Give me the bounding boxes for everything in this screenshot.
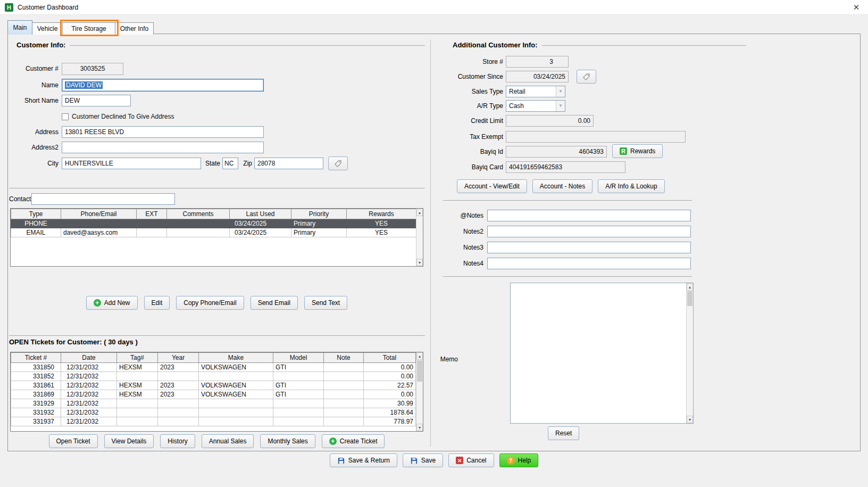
table-cell: 331929 bbox=[11, 399, 61, 408]
tab-vehicle[interactable]: Vehicle bbox=[32, 22, 63, 35]
history-button[interactable]: History bbox=[160, 434, 195, 448]
scroll-up-icon[interactable]: ▲ bbox=[687, 283, 693, 291]
table-row[interactable]: EMAILdaved@aasys.com03/24/2025PrimaryYES bbox=[11, 228, 416, 237]
cancel-button[interactable]: ✕ Cancel bbox=[448, 453, 494, 467]
view-details-button[interactable]: View Details bbox=[104, 434, 154, 448]
notes3-input[interactable] bbox=[487, 242, 691, 253]
notes2-input[interactable] bbox=[487, 226, 691, 237]
annual-sales-button[interactable]: Annual Sales bbox=[202, 434, 254, 448]
save-button[interactable]: Save bbox=[403, 453, 443, 467]
scroll-down-icon[interactable]: ▼ bbox=[416, 424, 423, 431]
add-new-label: Add New bbox=[104, 299, 130, 307]
scroll-up-icon[interactable]: ▲ bbox=[416, 352, 423, 360]
table-cell: 2023 bbox=[158, 381, 199, 390]
scroll-down-icon[interactable]: ▼ bbox=[687, 416, 693, 423]
column-header[interactable]: Type bbox=[11, 209, 61, 219]
rewards-label: Rewards bbox=[630, 147, 655, 155]
tab-other-info[interactable]: Other Info bbox=[115, 22, 154, 35]
table-cell: 30.99 bbox=[364, 399, 416, 408]
table-cell: 331937 bbox=[11, 417, 61, 426]
name-input[interactable]: DAVID DEW bbox=[62, 79, 264, 92]
column-header[interactable]: Priority bbox=[291, 209, 347, 219]
memo-textarea[interactable]: ▲ ▼ bbox=[510, 283, 694, 424]
account-notes-button[interactable]: Account - Notes bbox=[532, 179, 592, 193]
column-header[interactable]: Rewards bbox=[347, 209, 416, 219]
declined-address-checkbox[interactable] bbox=[62, 113, 69, 120]
scrollbar-thumb[interactable] bbox=[417, 360, 422, 382]
send-email-button[interactable]: Send Email bbox=[251, 296, 298, 310]
scrollbar-thumb[interactable] bbox=[687, 291, 692, 306]
copy-phone-email-button[interactable]: Copy Phone/Email bbox=[176, 296, 244, 310]
rewards-r-icon: R bbox=[620, 147, 627, 155]
account-view-edit-button[interactable]: Account - View/Edit bbox=[457, 179, 527, 193]
table-cell bbox=[273, 399, 324, 408]
table-row[interactable]: 33186112/31/2032HEXSM2023VOLKSWAGENGTI22… bbox=[11, 381, 416, 390]
table-row[interactable]: 33192912/31/203230.99 bbox=[11, 399, 416, 408]
ar-info-lookup-button[interactable]: A/R Info & Lookup bbox=[598, 179, 664, 193]
column-header[interactable]: Year bbox=[158, 353, 199, 363]
short-name-input[interactable]: DEW bbox=[62, 95, 131, 106]
address2-label: Address2 bbox=[8, 142, 59, 153]
rewards-button[interactable]: R Rewards bbox=[612, 144, 663, 158]
monthly-sales-button[interactable]: Monthly Sales bbox=[260, 434, 315, 448]
table-cell: HEXSM bbox=[117, 390, 158, 399]
column-header[interactable]: Total bbox=[364, 353, 416, 363]
save-return-label: Save & Return bbox=[348, 457, 390, 464]
column-header[interactable]: EXT bbox=[137, 209, 167, 219]
city-input[interactable]: HUNTERSVILLE bbox=[62, 158, 201, 169]
column-header[interactable]: Tag# bbox=[117, 353, 158, 363]
table-row[interactable]: 33193212/31/20321878.64 bbox=[11, 408, 416, 417]
customer-since-tag-button[interactable] bbox=[577, 70, 596, 84]
address-input[interactable]: 13801 REESE BLVD bbox=[62, 126, 264, 138]
table-row[interactable]: PHONE03/24/2025PrimaryYES bbox=[11, 219, 416, 228]
edit-button[interactable]: Edit bbox=[144, 296, 170, 310]
column-header[interactable]: Phone/Email bbox=[61, 209, 137, 219]
contacts-scrollbar[interactable]: ▲ ▼ bbox=[416, 209, 423, 266]
column-header[interactable]: Date bbox=[61, 353, 117, 363]
memo-scrollbar[interactable]: ▲ ▼ bbox=[686, 283, 693, 423]
bayiq-id-label: Bayiq Id bbox=[432, 146, 503, 158]
contacts-table: TypePhone/EmailEXTCommentsLast UsedPrior… bbox=[11, 209, 416, 237]
scroll-up-icon[interactable]: ▲ bbox=[416, 209, 423, 216]
notes4-input[interactable] bbox=[487, 258, 691, 269]
contact-input[interactable] bbox=[31, 193, 175, 205]
send-text-button[interactable]: Send Text bbox=[304, 296, 347, 310]
save-return-button[interactable]: Save & Return bbox=[330, 453, 397, 467]
table-row[interactable]: 33185012/31/2032HEXSM2023VOLKSWAGENGTI0.… bbox=[11, 363, 416, 372]
table-cell: 12/31/2032 bbox=[61, 417, 117, 426]
column-header[interactable]: Last Used bbox=[230, 209, 291, 219]
table-row[interactable]: 33185212/31/20320.00 bbox=[11, 372, 416, 381]
create-ticket-button[interactable]: + Create Ticket bbox=[322, 434, 385, 448]
open-ticket-button[interactable]: Open Ticket bbox=[49, 434, 98, 448]
table-cell: VOLKSWAGEN bbox=[199, 363, 273, 372]
column-header[interactable]: Note bbox=[324, 353, 364, 363]
address-tag-button[interactable] bbox=[328, 156, 348, 170]
divider-line bbox=[9, 188, 425, 188]
table-row[interactable]: 33193712/31/2032778.97 bbox=[11, 417, 416, 426]
state-input[interactable]: NC bbox=[222, 158, 238, 169]
table-cell: Primary bbox=[291, 228, 347, 237]
column-header[interactable]: Ticket # bbox=[11, 353, 61, 363]
reset-button[interactable]: Reset bbox=[548, 426, 579, 440]
tickets-scrollbar[interactable]: ▲ ▼ bbox=[416, 352, 423, 431]
table-row[interactable]: 33186912/31/2032HEXSM2023VOLKSWAGENGTI0.… bbox=[11, 390, 416, 399]
column-header[interactable]: Make bbox=[199, 353, 273, 363]
sales-type-select[interactable]: Retail ▼ bbox=[506, 86, 565, 97]
tab-main[interactable]: Main bbox=[7, 20, 32, 35]
zip-input[interactable]: 28078 bbox=[254, 158, 323, 169]
scroll-down-icon[interactable]: ▼ bbox=[416, 259, 423, 266]
save-label: Save bbox=[421, 457, 436, 464]
column-header[interactable]: Model bbox=[273, 353, 324, 363]
address2-input[interactable] bbox=[62, 142, 264, 153]
help-button[interactable]: ? Help bbox=[499, 453, 539, 467]
tab-tire-storage[interactable]: Tire Storage bbox=[62, 22, 115, 35]
add-new-button[interactable]: + Add New bbox=[86, 296, 138, 310]
ar-type-select[interactable]: Cash ▼ bbox=[506, 100, 565, 112]
table-cell bbox=[199, 399, 273, 408]
close-icon[interactable]: ✕ bbox=[849, 2, 864, 13]
sales-type-value: Retail bbox=[506, 86, 556, 97]
column-header[interactable]: Comments bbox=[167, 209, 230, 219]
table-cell: 331869 bbox=[11, 390, 61, 399]
store-label: Store # bbox=[432, 56, 503, 68]
notes1-input[interactable] bbox=[487, 210, 691, 221]
